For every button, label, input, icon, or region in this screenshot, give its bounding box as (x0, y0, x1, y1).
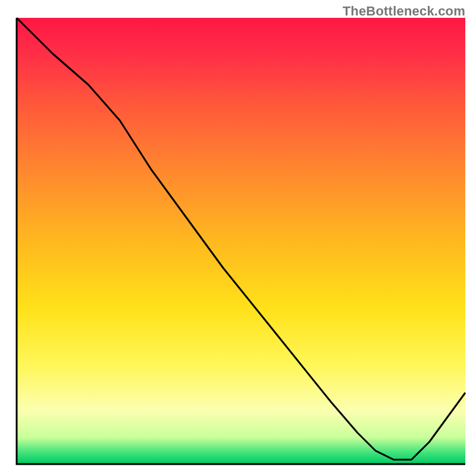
chart-plot (0, 0, 476, 476)
gradient-background (17, 18, 465, 464)
